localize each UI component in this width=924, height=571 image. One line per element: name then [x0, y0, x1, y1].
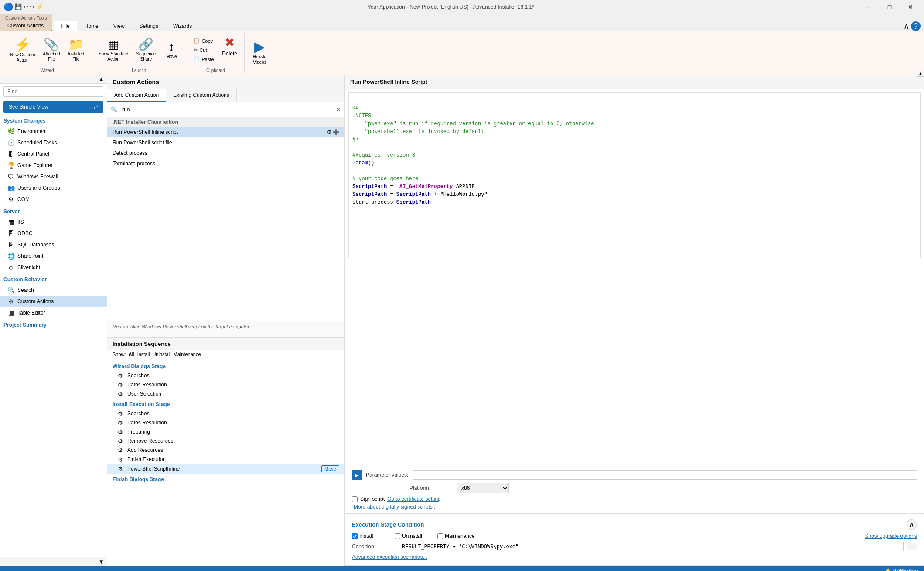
cut-button[interactable]: ✂ Cut [191, 46, 217, 54]
tab-settings[interactable]: Settings [132, 21, 166, 31]
sql-databases-label: SQL Databases [17, 242, 54, 248]
show-install-filter[interactable]: Install [137, 352, 150, 357]
sidebar-item-iis[interactable]: ▦ IIS [0, 216, 107, 228]
copy-icon: 📋 [194, 38, 200, 44]
seq-item-paths-resolution-install[interactable]: ⚙ Paths Resolution [107, 418, 344, 427]
run-powershell-inline-label: Run PowerShell Inline script [113, 129, 178, 135]
notifications-label[interactable]: 🔔 Notifications [885, 568, 919, 571]
seq-item-preparing[interactable]: ⚙ Preparing [107, 427, 344, 437]
custom-actions-search-input[interactable] [119, 105, 334, 114]
move-button[interactable]: ↕ Move [160, 39, 182, 62]
sequence-share-button[interactable]: 🔗 SequenceShare [133, 36, 159, 64]
list-item-run-powershell-file[interactable]: Run PowerShell script file [107, 137, 344, 148]
ribbon-wizard-group-label: Wizard [7, 67, 87, 73]
ribbon: ⚡ New CustomAction 📎 AttachedFile 📁 Inst… [0, 31, 924, 75]
sidebar-scroll-up-button[interactable]: ▲ [96, 75, 107, 83]
uninstall-checkbox[interactable] [395, 533, 400, 539]
tab-existing-custom-actions[interactable]: Existing Custom Actions [166, 89, 237, 102]
seq-item-user-selection[interactable]: ⚙ User Selection [107, 390, 344, 399]
maintenance-checkbox[interactable] [437, 533, 443, 539]
show-maintenance-filter[interactable]: Maintenance [174, 352, 201, 357]
title-bar-left: 🔵 💾 ↩ ↪ ⚡ [3, 2, 43, 12]
certificate-setting-link[interactable]: Go to certificate setting [387, 496, 441, 502]
show-standard-action-button[interactable]: ▦ Show StandardAction [95, 36, 131, 64]
simple-view-button[interactable]: See Simple View ⇄ [3, 101, 103, 113]
list-item-terminate-process[interactable]: Terminate process [107, 158, 344, 169]
show-all-filter[interactable]: All [129, 352, 135, 357]
platform-row: Platform: x86 x64 Any CPU [352, 483, 917, 493]
seq-item-finish-execution[interactable]: ⚙ Finish Execution [107, 455, 344, 464]
attached-file-label: AttachedFile [43, 51, 60, 62]
minimize-button[interactable]: ─ [859, 0, 879, 14]
condition-browse-button[interactable]: ... [907, 543, 917, 550]
copy-button[interactable]: 📋 Copy [191, 37, 217, 45]
run-powershell-inline-icons: ⚙ ➕ [327, 129, 339, 135]
tab-view[interactable]: View [106, 21, 132, 31]
sidebar-item-environment[interactable]: 🌿 Environment [0, 126, 107, 137]
digitally-signed-scripts-link[interactable]: More about digitally signed scripts... [352, 504, 437, 510]
sidebar-search-input[interactable] [3, 86, 103, 97]
tab-add-custom-action[interactable]: Add Custom Action [107, 89, 166, 102]
how-to-videos-icon: ▶ [254, 40, 265, 54]
run-script-button[interactable] [352, 470, 362, 480]
how-to-videos-button[interactable]: ▶ How-toVideos [249, 38, 271, 67]
sidebar-item-silverlight[interactable]: ◇ Silverlight [0, 262, 107, 273]
sidebar-item-odbc[interactable]: 🗄 ODBC [0, 228, 107, 239]
advanced-execution-link[interactable]: Advanced execution scenarios... [352, 554, 427, 560]
ribbon-launch-group-label: Launch [95, 67, 182, 73]
sidebar-item-windows-firewall[interactable]: 🛡 Windows Firewall [0, 171, 107, 182]
list-item-detect-process[interactable]: Detect process [107, 148, 344, 158]
show-uninstall-filter[interactable]: Uninstall [152, 352, 170, 357]
script-editor[interactable]: <# .NOTES "pwsh.exe" is run if required … [348, 92, 921, 258]
seq-item-powershell-inline[interactable]: ⚙ PowerShellScriptInline Move [107, 464, 344, 474]
tab-home[interactable]: Home [77, 21, 106, 31]
list-item-run-powershell-inline[interactable]: Run PowerShell Inline script ⚙ ➕ [107, 127, 344, 137]
condition-collapse-button[interactable]: ∧ [907, 519, 917, 530]
install-checkbox[interactable] [352, 533, 358, 539]
code-var-4: $scriptPath [396, 199, 431, 205]
seq-item-searches-wizard[interactable]: ⚙ Searches [107, 371, 344, 380]
condition-input[interactable] [399, 542, 904, 551]
seq-item-searches-install[interactable]: ⚙ Searches [107, 409, 344, 418]
sidebar-item-control-panel[interactable]: 🎛 Control Panel [0, 148, 107, 160]
installed-file-button[interactable]: 📁 InstalledFile [65, 36, 87, 64]
iis-icon: ▦ [7, 218, 15, 226]
sidebar-scroll-down-button[interactable]: ▼ [96, 557, 107, 566]
sidebar-item-com[interactable]: ⚙ COM [0, 194, 107, 205]
search-clear-button[interactable]: ✕ [336, 106, 341, 113]
attached-file-button[interactable]: 📎 AttachedFile [40, 36, 63, 64]
new-custom-action-button[interactable]: ⚡ New CustomAction [7, 35, 38, 65]
scroll-up-button[interactable]: ▲ [917, 75, 924, 77]
parameter-values-row: Parameter values: [352, 470, 917, 480]
delete-icon: ✖ [225, 35, 235, 50]
game-explorer-label: Game Explorer [17, 162, 53, 168]
seq-item-remove-resources[interactable]: ⚙ Remove Resources [107, 437, 344, 446]
platform-select[interactable]: x86 x64 Any CPU [457, 483, 509, 493]
sidebar-item-table-editor[interactable]: ▦ Table Editor [0, 307, 107, 318]
parameter-values-input[interactable] [413, 470, 917, 480]
seq-item-add-resources[interactable]: ⚙ Add Resources [107, 446, 344, 455]
tab-file[interactable]: File [54, 21, 77, 31]
sidebar-item-custom-actions[interactable]: ⚙ Custom Actions [0, 296, 107, 307]
close-button[interactable]: ✕ [900, 0, 921, 14]
script-editor-wrapper[interactable]: <# .NOTES "pwsh.exe" is run if required … [345, 89, 924, 466]
seq-item-paths-resolution-wizard[interactable]: ⚙ Paths Resolution [107, 380, 344, 390]
sidebar-item-users-and-groups[interactable]: 👥 Users and Groups [0, 182, 107, 194]
delete-button[interactable]: ✖ Delete [219, 33, 241, 67]
tab-wizards[interactable]: Wizards [166, 21, 199, 31]
sidebar-item-sharepoint[interactable]: 🌐 SharePoint [0, 250, 107, 262]
sidebar-item-scheduled-tasks[interactable]: 🕐 Scheduled Tasks [0, 137, 107, 148]
maximize-button[interactable]: □ [880, 0, 900, 14]
sequence-move-button[interactable]: Move [321, 465, 339, 472]
show-upgrade-options-link[interactable]: Show upgrade options [865, 533, 917, 539]
collapse-ribbon-button[interactable]: ∧ [904, 21, 909, 31]
odbc-label: ODBC [17, 230, 33, 236]
custom-actions-header: Custom Actions [107, 75, 344, 89]
sign-script-checkbox[interactable] [352, 496, 358, 502]
paste-button[interactable]: 📄 Paste [191, 55, 217, 63]
help-button[interactable]: ? [911, 21, 921, 31]
sidebar-item-game-explorer[interactable]: 🏆 Game Explorer [0, 160, 107, 171]
tab-custom-actions[interactable]: Custom Actions [0, 21, 51, 31]
sidebar-item-sql-databases[interactable]: 🗄 SQL Databases [0, 239, 107, 250]
sidebar-item-search[interactable]: 🔍 Search [0, 284, 107, 296]
